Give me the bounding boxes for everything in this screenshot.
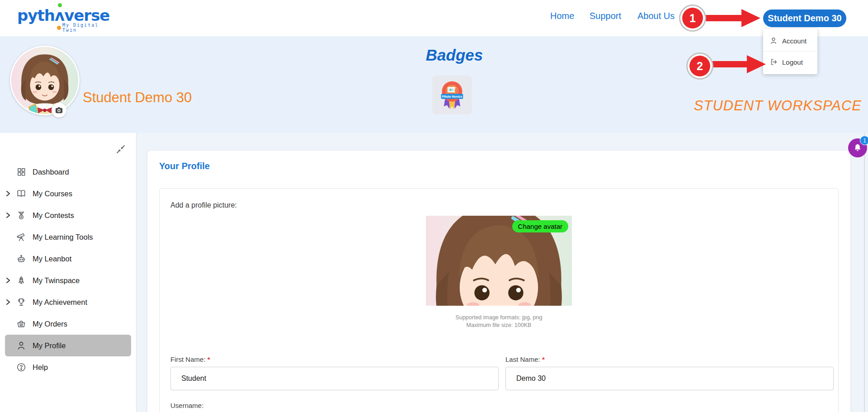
- robot-icon: [16, 254, 26, 264]
- sidebar-item-my-achievement[interactable]: My Achievement: [0, 291, 136, 313]
- logo-green-dot: [58, 3, 62, 7]
- annotation-arrow-1: [705, 9, 760, 27]
- user-avatar[interactable]: [10, 46, 80, 115]
- badge-label: PNote Novice: [442, 95, 462, 98]
- username-label: Username:: [170, 402, 838, 409]
- nav-link-support[interactable]: Support: [590, 11, 621, 21]
- hero-user-name: Student Demo 30: [83, 90, 192, 106]
- first-name-input[interactable]: [170, 367, 499, 390]
- sidebar-menu: Dashboard My Courses My Contests My Lear…: [0, 161, 136, 378]
- chevron-right-icon: [5, 298, 12, 306]
- user-dropdown-menu: Account Logout: [763, 28, 817, 74]
- supported-formats-hint: Supported image formats: jpg, png: [160, 314, 838, 322]
- sidebar-item-dashboard[interactable]: Dashboard: [0, 161, 136, 183]
- user-menu-button[interactable]: Student Demo 30: [763, 9, 846, 27]
- sidebar-item-my-orders[interactable]: My Orders: [0, 313, 136, 335]
- profile-picture-label: Add a profile picture:: [170, 201, 838, 209]
- sidebar-item-my-twinspace[interactable]: My Twinspace: [0, 270, 136, 291]
- sidebar-item-my-learning-tools[interactable]: My Learning Tools: [0, 226, 136, 248]
- nav-link-about-us[interactable]: About Us: [637, 11, 675, 21]
- sidebar-item-my-courses[interactable]: My Courses: [0, 183, 136, 204]
- bell-icon: [853, 143, 862, 152]
- menu-item-account[interactable]: Account: [763, 31, 817, 50]
- last-name-field-group: Last Name: *: [505, 355, 834, 390]
- first-name-label: First Name: *: [170, 355, 499, 363]
- sidebar: Dashboard My Courses My Contests My Lear…: [0, 133, 137, 412]
- logo-wordmark: pythʌverse: [17, 6, 117, 24]
- sidebar-item-my-profile[interactable]: My Profile: [5, 335, 131, 356]
- profile-panel: Your Profile Add a profile picture: Chan…: [147, 151, 850, 412]
- sidebar-item-my-leanbot[interactable]: My Leanbot: [0, 248, 136, 270]
- book-icon: [16, 189, 26, 199]
- notification-count-badge: 1: [860, 136, 868, 145]
- required-marker: *: [208, 355, 210, 363]
- telescope-icon: [16, 232, 26, 242]
- profile-hero-band: Student Demo 30 Badges PNote Novice STUD…: [0, 36, 868, 133]
- sidebar-item-help[interactable]: Help: [0, 356, 136, 378]
- pythaverse-logo[interactable]: pythʌverse My Digital Twin: [17, 6, 117, 31]
- menu-divider: [763, 51, 817, 52]
- nav-link-home[interactable]: Home: [550, 11, 574, 21]
- profile-picture: Change avatar: [426, 216, 572, 306]
- collapse-sidebar-icon[interactable]: [115, 144, 126, 155]
- picture-hints: Supported image formats: jpg, png Maximu…: [160, 314, 838, 329]
- sidebar-item-my-contests[interactable]: My Contests: [0, 204, 136, 226]
- workspace-label: STUDENT WORKSPACE: [694, 98, 862, 114]
- scrollbar-track[interactable]: [864, 133, 865, 412]
- profile-form-card: Add a profile picture: Change avatar Sup…: [159, 188, 839, 412]
- badges-title: Badges: [425, 46, 484, 64]
- last-name-input[interactable]: [505, 367, 834, 390]
- max-size-hint: Maximum file size: 100KB: [160, 322, 838, 329]
- annotation-step-1: 1: [682, 8, 703, 28]
- trophy-icon: [16, 297, 26, 307]
- camera-icon[interactable]: [52, 103, 66, 118]
- medal-icon: [16, 210, 26, 220]
- chevron-right-icon: [5, 212, 12, 219]
- annotation-step-2: 2: [689, 56, 710, 76]
- notifications-bell-button[interactable]: 1: [848, 138, 867, 157]
- basket-icon: [16, 319, 26, 329]
- rocket-icon: [16, 275, 26, 285]
- dashboard-grid-icon: [16, 167, 26, 177]
- person-icon: [16, 341, 26, 350]
- change-avatar-button[interactable]: Change avatar: [512, 220, 568, 232]
- help-icon: [16, 362, 26, 372]
- chevron-right-icon: [5, 190, 12, 197]
- annotation-arrow-2: [712, 55, 766, 73]
- logo-tagline: My Digital Twin: [57, 23, 117, 33]
- first-name-field-group: First Name: *: [170, 355, 499, 390]
- person-icon: [769, 37, 778, 45]
- last-name-label: Last Name: *: [505, 355, 834, 363]
- badge-pnote-novice[interactable]: PNote Novice: [432, 76, 472, 114]
- page-title: Your Profile: [159, 161, 210, 171]
- menu-item-logout[interactable]: Logout: [763, 52, 817, 71]
- chevron-right-icon: [5, 277, 12, 284]
- required-marker: *: [542, 355, 545, 363]
- logout-icon: [769, 58, 778, 66]
